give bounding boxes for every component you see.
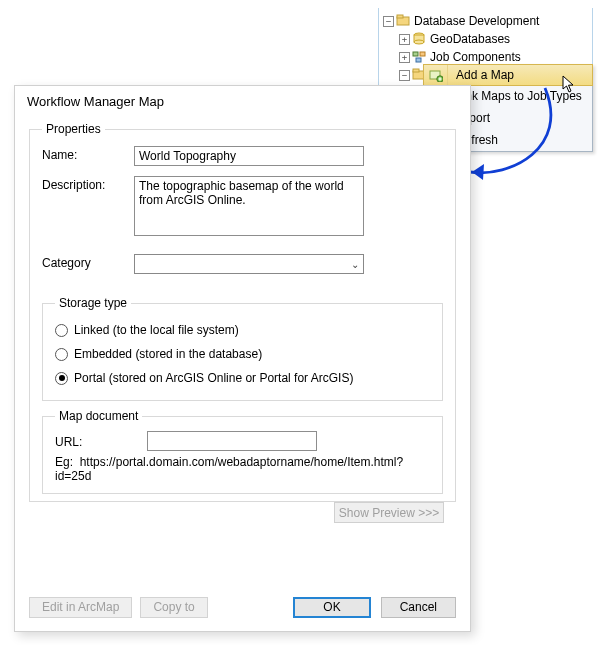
collapse-icon[interactable]: − (383, 16, 394, 27)
storage-type-legend: Storage type (55, 296, 131, 310)
cancel-button[interactable]: Cancel (381, 597, 456, 618)
chevron-down-icon: ⌄ (351, 259, 359, 270)
radio-selected-icon (55, 372, 68, 385)
svg-point-4 (414, 40, 424, 44)
tree-label: GeoDatabases (430, 32, 510, 46)
url-label: URL: (55, 433, 147, 449)
radio-icon (55, 324, 68, 337)
workflow-manager-map-dialog: Workflow Manager Map Properties Name: De… (14, 85, 471, 632)
tree-node-geodatabases[interactable]: + GeoDatabases (381, 30, 590, 48)
storage-radio-embedded[interactable]: Embedded (stored in the database) (55, 342, 430, 366)
storage-radio-label: Embedded (stored in the database) (74, 347, 262, 361)
show-preview-button[interactable]: Show Preview >>> (334, 502, 444, 523)
map-document-group: Map document URL: Eg: https://portal.dom… (42, 409, 443, 494)
expand-icon[interactable]: + (399, 34, 410, 45)
description-label: Description: (42, 176, 134, 192)
radio-icon (55, 348, 68, 361)
svg-rect-1 (397, 15, 403, 18)
tree-label: Database Development (414, 14, 539, 28)
category-select[interactable]: ⌄ (134, 254, 364, 274)
storage-type-group: Storage type Linked (to the local file s… (42, 296, 443, 401)
map-document-legend: Map document (55, 409, 142, 423)
svg-rect-7 (416, 58, 421, 62)
properties-group: Properties Name: Description: The topogr… (29, 122, 456, 502)
url-example: Eg: https://portal.domain.com/webadaptor… (55, 455, 430, 483)
copy-to-button[interactable]: Copy to (140, 597, 207, 618)
svg-rect-5 (413, 52, 418, 56)
properties-legend: Properties (42, 122, 105, 136)
description-input[interactable]: The topographic basemap of the world fro… (134, 176, 364, 236)
svg-rect-6 (420, 52, 425, 56)
dialog-title: Workflow Manager Map (15, 86, 470, 113)
svg-rect-9 (413, 69, 419, 72)
name-input[interactable] (134, 146, 364, 166)
expand-icon[interactable]: + (399, 52, 410, 63)
components-icon (412, 50, 428, 64)
tree-node-database-development[interactable]: − Database Development (381, 12, 590, 30)
storage-radio-label: Portal (stored on ArcGIS Online or Porta… (74, 371, 353, 385)
storage-radio-portal[interactable]: Portal (stored on ArcGIS Online or Porta… (55, 366, 430, 390)
folder-icon (396, 14, 412, 28)
ok-button[interactable]: OK (293, 597, 370, 618)
name-label: Name: (42, 146, 134, 162)
tree-label: Job Components (430, 50, 521, 64)
edit-in-arcmap-button[interactable]: Edit in ArcMap (29, 597, 132, 618)
url-input[interactable] (147, 431, 317, 451)
storage-radio-label: Linked (to the local file system) (74, 323, 239, 337)
storage-radio-linked[interactable]: Linked (to the local file system) (55, 318, 430, 342)
geodatabase-icon (412, 32, 428, 46)
category-label: Category (42, 254, 134, 270)
